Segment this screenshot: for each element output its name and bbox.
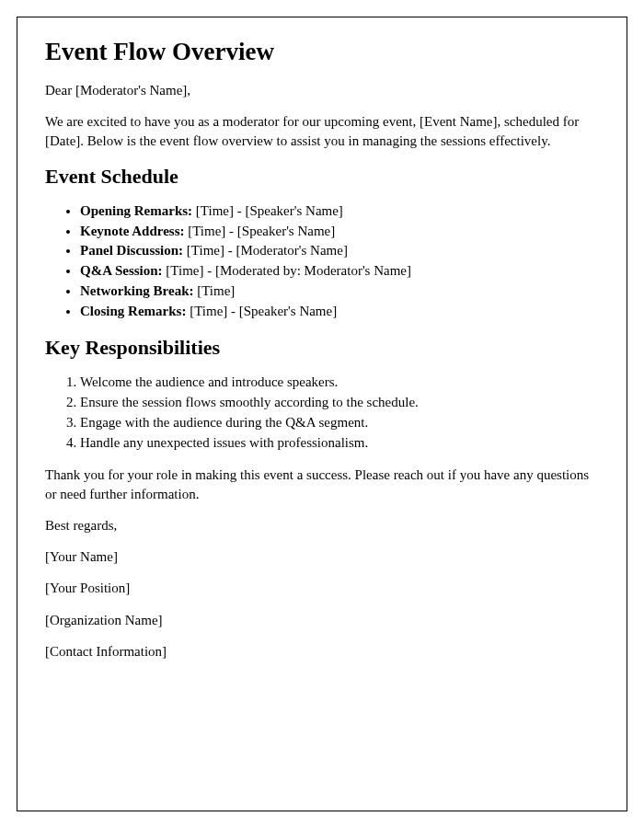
item-label: Q&A Session: [80,263,163,278]
item-label: Keynote Address: [80,224,184,238]
greeting-line: Dear [Moderator's Name], [45,81,599,99]
list-item: Closing Remarks: [Time] - [Speaker's Nam… [80,302,599,322]
schedule-heading: Event Schedule [45,165,599,189]
item-detail: [Time] - [Speaker's Name] [186,304,337,318]
signature-organization: [Organization Name] [45,611,599,629]
item-label: Opening Remarks: [80,203,192,218]
item-label: Panel Discussion: [80,243,183,258]
closing-line: Best regards, [45,516,599,535]
list-item: Panel Discussion: [Time] - [Moderator's … [80,241,599,261]
schedule-list: Opening Remarks: [Time] - [Speaker's Nam… [80,201,599,322]
list-item: Ensure the session flows smoothly accord… [80,393,599,413]
thanks-paragraph: Thank you for your role in making this e… [45,466,599,503]
signature-position: [Your Position] [45,579,599,597]
item-label: Networking Break: [80,283,193,298]
item-detail: [Time] - [Speaker's Name] [184,224,335,238]
list-item: Keynote Address: [Time] - [Speaker's Nam… [80,222,599,242]
responsibilities-list: Welcome the audience and introduce speak… [80,373,599,453]
list-item: Welcome the audience and introduce speak… [80,373,599,393]
page-title: Event Flow Overview [45,38,599,66]
item-detail: [Time] - [Moderator's Name] [183,243,348,258]
responsibilities-heading: Key Responsibilities [45,336,599,360]
item-detail: [Time] - [Moderated by: Moderator's Name… [163,263,411,278]
item-label: Closing Remarks: [80,304,186,318]
list-item: Handle any unexpected issues with profes… [80,433,599,454]
intro-paragraph: We are excited to have you as a moderato… [45,112,599,150]
item-detail: [Time] - [Speaker's Name] [192,203,343,218]
list-item: Networking Break: [Time] [80,282,599,302]
signature-contact: [Contact Information] [45,642,599,661]
list-item: Engage with the audience during the Q&A … [80,413,599,433]
document-frame: Event Flow Overview Dear [Moderator's Na… [17,17,627,811]
signature-name: [Your Name] [45,547,599,566]
list-item: Opening Remarks: [Time] - [Speaker's Nam… [80,201,599,222]
item-detail: [Time] [193,283,235,298]
list-item: Q&A Session: [Time] - [Moderated by: Mod… [80,261,599,282]
